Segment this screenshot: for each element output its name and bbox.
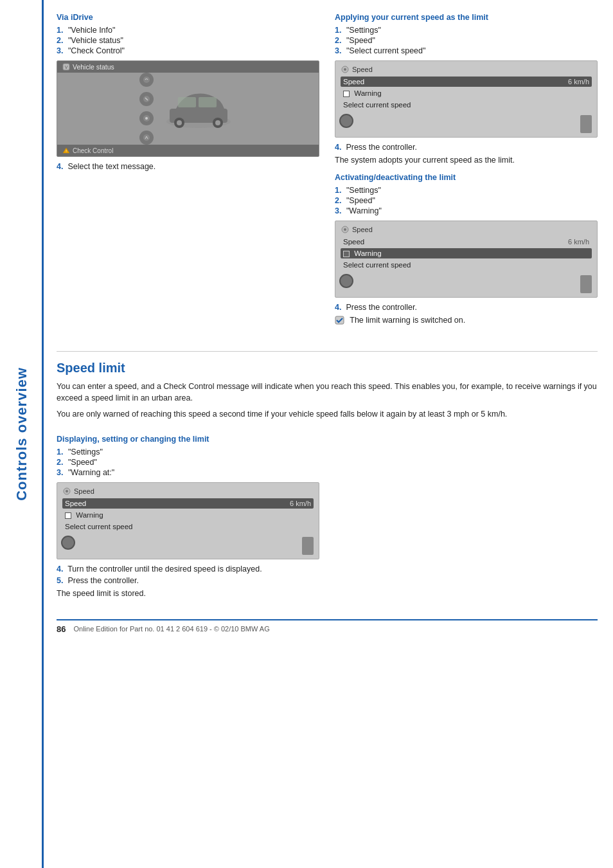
step-num: 3. (57, 46, 63, 55)
applying-speed-heading: Applying your current speed as the limit (335, 13, 598, 22)
step4-text: 4. Select the text message. (57, 162, 319, 171)
svg-point-21 (344, 228, 346, 231)
vehicle-screen-title: Vehicle status (73, 63, 114, 71)
step-num: 1. (57, 448, 63, 457)
activating-screen: Speed Speed 6 km/h Warning (335, 221, 598, 298)
speed-value-2: 6 km/h (568, 238, 589, 246)
step-text: "Warning" (346, 206, 382, 215)
controller-knob-3 (61, 536, 75, 550)
icon-circle-3 (139, 111, 154, 125)
icon-circle-2 (139, 92, 154, 106)
warning-label-2: Warning (354, 249, 381, 257)
step-text: "Speed" (68, 458, 97, 467)
vehicle-footer-label: Check Control (73, 147, 113, 154)
svg-rect-11 (199, 97, 217, 107)
gear-icon-3 (62, 487, 71, 496)
step-text: "Vehicle Info" (68, 26, 116, 35)
activating-step4: 4. Press the controller. (335, 303, 598, 312)
displaying-after-steps: The speed limit is stored. (57, 588, 319, 600)
vehicle-screen-footer: ! Check Control (57, 145, 319, 156)
warning-row: Warning (341, 88, 592, 98)
speed-limit-section: Speed limit You can enter a speed, and a… (57, 361, 598, 424)
vehicle-sidebar-icons (139, 73, 154, 145)
screen-bottom-bar-3 (302, 537, 314, 555)
step-num: 2. (335, 36, 341, 45)
list-item: 1. "Settings" (335, 186, 598, 195)
list-item: 2. "Speed" (335, 196, 598, 205)
step-text: "Speed" (346, 196, 375, 205)
car-silhouette-svg (160, 86, 237, 131)
right-step4-text: 4. Press the controller. (335, 143, 598, 152)
step-text: "Warning at:" (68, 468, 114, 477)
select-current-speed-row-2: Select current speed (341, 260, 592, 270)
svg-point-19 (344, 68, 346, 71)
list-item: 3. "Check Control" (57, 46, 319, 55)
svg-point-24 (66, 490, 68, 493)
displaying-steps: 1. "Settings" 2. "Speed" 3. "Warning at:… (57, 448, 319, 477)
step-num: 2. (57, 458, 63, 467)
controller-knob (339, 114, 353, 128)
list-item: 2. "Speed" (57, 458, 319, 467)
checkbox-icon-3 (65, 512, 71, 519)
list-item: 1. "Settings" (335, 26, 598, 35)
checkmark-icon (335, 316, 345, 325)
checkbox-icon (343, 91, 350, 97)
list-item: 3. "Warning" (335, 206, 598, 215)
warning-icon: ! (62, 147, 70, 154)
list-item: 2. "Vehicle status" (57, 36, 319, 45)
step-text: "Settings" (346, 26, 381, 35)
applying-speed-col: Applying your current speed as the limit… (335, 13, 598, 330)
gear-icon (341, 65, 350, 74)
screen-title-bar-2: Speed (341, 225, 592, 234)
list-item: 1. "Vehicle Info" (57, 26, 319, 35)
displaying-screen: Speed Speed 6 km/h Warning Select curren… (57, 482, 319, 559)
displaying-step4: 4. Turn the controller until the desired… (57, 565, 319, 574)
speed-label: Speed (343, 78, 364, 86)
sidebar-line (42, 0, 44, 868)
activating-heading: Activating/deactivating the limit (335, 173, 598, 182)
displaying-select-row: Select current speed (62, 521, 314, 532)
page-number: 86 (57, 624, 66, 634)
displaying-speed-value: 6 km/h (290, 500, 311, 507)
displaying-screen-title: Speed (74, 487, 94, 495)
step-text: "Settings" (68, 448, 103, 457)
activating-steps: 1. "Settings" 2. "Speed" 3. "Warning" (335, 186, 598, 215)
step-num: 2. (57, 36, 63, 45)
list-item: 3. "Warning at:" (57, 468, 319, 477)
via-idrive-col: Via iDrive 1. "Vehicle Info" 2. "Vehicle… (57, 13, 319, 330)
icon-circle-4 (139, 131, 154, 145)
step-text: "Settings" (346, 186, 381, 195)
icon-circle-1 (139, 73, 154, 87)
displaying-col: Displaying, setting or changing the limi… (57, 435, 319, 604)
speed-row-highlighted: Speed 6 km/h (341, 77, 592, 87)
displaying-warning-label: Warning (76, 511, 103, 519)
page-container: Controls overview Via iDrive 1. "Vehicle… (0, 0, 613, 868)
step-text: "Vehicle status" (68, 36, 123, 45)
divider (57, 351, 598, 352)
speed-limit-title: Speed limit (57, 361, 598, 375)
screen-title: Speed (352, 66, 373, 73)
displaying-heading: Displaying, setting or changing the limi… (57, 435, 319, 444)
lower-section: Displaying, setting or changing the limi… (57, 435, 598, 604)
displaying-warning-row: Warning (62, 510, 314, 520)
speed-row-2: Speed 6 km/h (341, 237, 592, 247)
screen-bottom-bar-2 (580, 275, 592, 293)
page-footer: 86 Online Edition for Part no. 01 41 2 6… (57, 619, 598, 634)
top-section: Via iDrive 1. "Vehicle Info" 2. "Vehicle… (57, 13, 598, 330)
displaying-screen-titlebar: Speed (62, 487, 314, 496)
sidebar: Controls overview (0, 0, 44, 868)
speed-limit-para2: You are only warned of reaching this spe… (57, 408, 598, 420)
screen-bottom-bar (580, 115, 592, 133)
select-speed-label: Select current speed (343, 101, 411, 109)
vehicle-status-screen: V Vehicle status (57, 60, 319, 157)
list-item: 3. "Select current speed" (335, 46, 598, 55)
speed-limit-para1: You can enter a speed, and a Check Contr… (57, 381, 598, 405)
displaying-speed-row: Speed 6 km/h (62, 498, 314, 509)
displaying-select-label: Select current speed (65, 523, 132, 530)
via-idrive-heading: Via iDrive (57, 13, 319, 22)
svg-rect-22 (335, 316, 344, 324)
controller-knob-2 (339, 274, 353, 288)
list-item: 2. "Speed" (335, 36, 598, 45)
svg-point-2 (143, 77, 150, 83)
step-num: 1. (335, 186, 341, 195)
